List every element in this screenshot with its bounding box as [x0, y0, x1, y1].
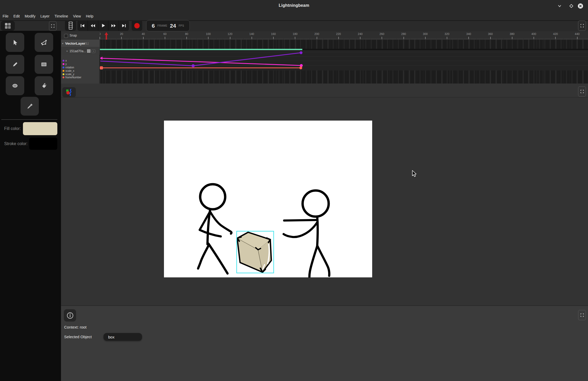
fast-forward-button[interactable] — [108, 20, 119, 31]
object-visibility-toggle[interactable] — [87, 49, 90, 53]
transform-tool-button[interactable] — [35, 33, 53, 52]
close-icon[interactable] — [577, 3, 584, 9]
ruler-label: 440 — [575, 32, 579, 35]
stick-figure-left[interactable] — [198, 184, 231, 273]
y-curve-start-marker[interactable] — [100, 57, 102, 60]
fullscreen-icon — [580, 90, 584, 93]
stroke-color-swatch[interactable] — [29, 138, 57, 150]
skip-to-end-button[interactable] — [119, 20, 129, 31]
select-tool-button[interactable] — [6, 33, 24, 52]
menu-help[interactable]: Help — [86, 14, 93, 19]
ruler-label: 260 — [379, 32, 384, 35]
ruler-major-tick — [295, 37, 295, 39]
titlebar: Lightningbeam — [0, 0, 588, 12]
rectangle-tool-button[interactable] — [35, 55, 53, 74]
menu-file[interactable]: File — [3, 14, 9, 19]
menu-view[interactable]: View — [73, 14, 81, 19]
ruler-label: 400 — [531, 32, 536, 35]
box-object[interactable] — [237, 231, 274, 273]
ruler-major-tick — [447, 37, 447, 39]
frame-label: FRAME — [157, 24, 167, 27]
tools-fullscreen-button[interactable] — [49, 21, 57, 31]
ruler-major-tick — [577, 37, 578, 39]
play-button[interactable] — [98, 20, 108, 31]
fill-color-label: Fill color: — [4, 126, 21, 131]
frameNumber-curve-start-marker[interactable] — [100, 66, 103, 69]
x-curve-keyframe[interactable] — [300, 51, 303, 54]
ruler-major-tick — [490, 37, 491, 39]
panel-grid-button[interactable] — [1, 21, 15, 31]
rewind-button[interactable] — [88, 20, 98, 31]
record-button[interactable] — [132, 20, 142, 31]
property-row-scale_x[interactable]: scale_x — [61, 69, 100, 73]
eyedropper-tool-button[interactable] — [21, 97, 39, 116]
property-row-frameNumber[interactable]: frameNumber — [61, 76, 100, 79]
stage-canvas[interactable] — [164, 121, 372, 277]
skip-to-start-button[interactable] — [77, 20, 88, 31]
timeline-curves[interactable] — [100, 40, 588, 84]
x-curve-keyframe[interactable] — [192, 64, 195, 67]
collapse-triangle-icon[interactable]: ▾ — [62, 42, 63, 45]
timeline-fullscreen-button[interactable] — [578, 21, 586, 31]
object-tween-toggle[interactable]: ~ — [91, 49, 95, 53]
timeline-ruler[interactable]: Snap 02040608010012014016018020022024026… — [61, 31, 588, 40]
snap-label: Snap — [70, 34, 77, 37]
property-row-rotation[interactable]: rotation — [61, 66, 100, 69]
layer-suffix: [L] — [85, 42, 88, 45]
frame-number[interactable]: 6 — [152, 23, 155, 29]
info-button[interactable] — [64, 309, 76, 322]
object-row[interactable]: ▾ 151ad70a... ~ — [61, 47, 100, 55]
property-row-y[interactable]: y — [61, 62, 100, 66]
timeline-tracks[interactable] — [100, 40, 588, 84]
maximize-icon[interactable] — [568, 3, 574, 9]
object-name[interactable]: 151ad70a... — [70, 49, 86, 53]
property-color-dot — [63, 76, 64, 78]
frame-fps-display: 6 FRAME 24 FPS — [146, 20, 190, 31]
snap-checkbox[interactable] — [64, 34, 68, 38]
app-window: Lightningbeam FileEditModifyLayerTimelin… — [0, 0, 588, 381]
film-button[interactable] — [65, 20, 76, 31]
ruler-major-tick — [360, 37, 360, 39]
stage-fullscreen-button[interactable] — [578, 86, 586, 97]
property-color-dot — [63, 63, 64, 65]
pencil-tool-button[interactable] — [6, 55, 24, 74]
property-row-scale_y[interactable]: scale_y — [61, 73, 100, 76]
layer-row[interactable]: ▾ VectorLayer [L] — [61, 40, 100, 47]
ruler-label: 120 — [228, 32, 232, 35]
property-color-dot — [63, 70, 64, 72]
collapse-triangle-icon[interactable]: ▾ — [66, 50, 68, 52]
stage-drawing — [164, 121, 372, 277]
fps-number[interactable]: 24 — [170, 23, 176, 29]
select-arrow-icon — [12, 39, 19, 46]
stage-panel — [61, 84, 588, 305]
stage-scene-button[interactable] — [62, 87, 76, 97]
stick-figure-right[interactable] — [284, 190, 329, 277]
fullscreen-icon — [580, 313, 584, 317]
selected-object-field[interactable]: box — [103, 333, 142, 341]
minimize-icon[interactable] — [556, 3, 563, 9]
fullscreen-icon — [580, 24, 584, 27]
frameNumber-curve-keyframe[interactable] — [299, 67, 302, 69]
layer-name[interactable]: VectorLayer — [65, 41, 85, 45]
snap-zone: Snap — [61, 31, 100, 40]
ruler-major-tick — [273, 37, 274, 39]
ruler-label: 100 — [206, 32, 211, 35]
ruler-ticks[interactable]: 0204060801001201401601802002202402602803… — [100, 31, 588, 40]
ruler-label: 420 — [553, 32, 558, 35]
fill-color-swatch[interactable] — [23, 122, 57, 135]
ellipse-tool-button[interactable] — [6, 76, 24, 95]
ruler-major-tick — [186, 37, 187, 39]
menu-edit[interactable]: Edit — [14, 14, 20, 19]
ruler-major-tick — [100, 37, 100, 39]
paint-bucket-tool-button[interactable] — [35, 76, 53, 95]
menu-layer[interactable]: Layer — [40, 14, 50, 19]
ruler-major-tick — [468, 37, 469, 39]
playhead-marker[interactable] — [105, 32, 108, 40]
menu-timeline[interactable]: Timeline — [54, 14, 68, 19]
ruler-label: 20 — [120, 32, 123, 35]
ruler-label: 0 — [100, 32, 101, 35]
ruler-major-tick — [338, 37, 339, 39]
info-fullscreen-button[interactable] — [578, 310, 586, 320]
property-row-x[interactable]: x — [61, 59, 100, 62]
menu-modify[interactable]: Modify — [25, 14, 35, 19]
